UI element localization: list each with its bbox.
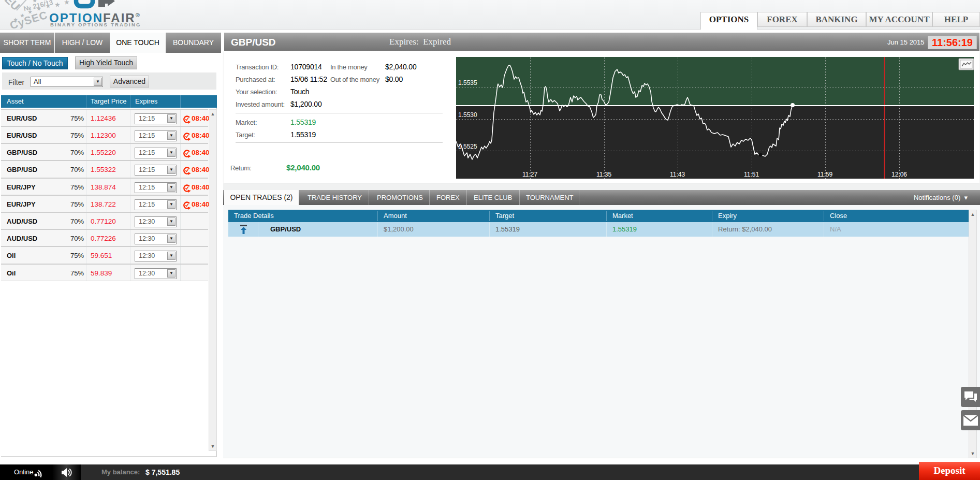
svg-text:1.5535: 1.5535: [458, 79, 477, 86]
svg-text:11:59: 11:59: [817, 171, 832, 178]
svg-text:11:35: 11:35: [596, 171, 611, 178]
svg-text:11:27: 11:27: [522, 171, 537, 178]
svg-text:11:51: 11:51: [744, 171, 759, 178]
svg-text:11:43: 11:43: [670, 171, 685, 178]
svg-text:1.5530: 1.5530: [458, 111, 477, 119]
svg-text:1.5525: 1.5525: [458, 143, 477, 150]
svg-text:12:06: 12:06: [891, 171, 907, 178]
